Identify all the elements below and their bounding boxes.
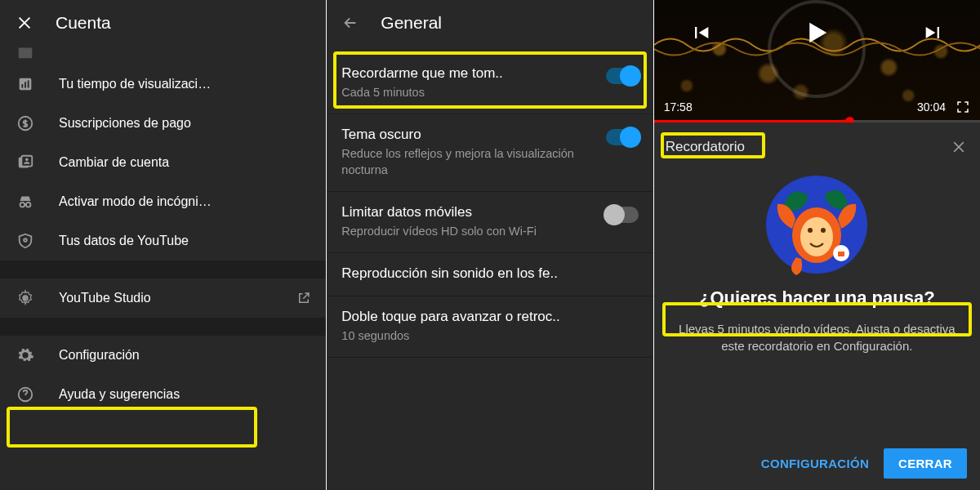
switch-account-icon: [15, 152, 36, 173]
menu-label: Tu tiempo de visualizaci…: [59, 77, 311, 91]
reminder-sheet: Recordatorio: [654, 122, 980, 490]
studio-icon: [15, 287, 36, 309]
setting-dark-theme[interactable]: Tema oscuro Reduce los reflejos y mejora…: [327, 114, 653, 192]
menu-item-channel[interactable]: Tu canal: [0, 40, 326, 65]
svg-point-8: [25, 158, 29, 162]
close-button[interactable]: CERRAR: [884, 448, 967, 479]
account-title: Cuenta: [56, 13, 111, 33]
setting-subtitle: Reproducir vídeos HD solo con Wi-Fi: [341, 223, 597, 239]
account-header: Cuenta: [0, 0, 326, 45]
setting-break-reminder[interactable]: Recordarme que me tom.. Cada 5 minutos: [327, 53, 653, 114]
menu-label: Cambiar de cuenta: [59, 155, 311, 170]
general-settings-pane: General Recordarme que me tom.. Cada 5 m…: [327, 0, 653, 490]
time-elapsed: 17:58: [664, 100, 693, 114]
player-timebar: 17:58 30:04: [664, 100, 970, 114]
toggle-break-reminder[interactable]: [606, 68, 639, 84]
general-header: General: [327, 0, 653, 45]
stats-icon: [15, 74, 36, 95]
menu-item-help[interactable]: Ayuda y sugerencias: [0, 375, 326, 414]
menu-label: Activar modo de incógni…: [59, 194, 311, 209]
reminder-question: ¿Quieres hacer una pausa?: [670, 287, 964, 309]
toggle-dark-theme[interactable]: [606, 129, 639, 145]
menu-item-paid-subs[interactable]: Suscripciones de pago: [0, 104, 326, 143]
account-pane: Cuenta Tu canal Tu tiempo de visualizaci…: [0, 0, 326, 490]
section-divider: [0, 318, 326, 336]
menu-item-youtube-studio[interactable]: YouTube Studio: [0, 278, 326, 318]
dollar-icon: [15, 113, 36, 134]
toggle-limit-data[interactable]: [606, 207, 639, 223]
settings-link[interactable]: CONFIGURACIÓN: [761, 457, 869, 470]
menu-label: YouTube Studio: [59, 291, 296, 305]
next-button[interactable]: [920, 19, 947, 47]
setting-title: Recordarme que me tom..: [341, 65, 597, 82]
sheet-header: Recordatorio: [666, 137, 969, 157]
svg-rect-21: [838, 252, 844, 256]
svg-rect-2: [21, 84, 23, 88]
svg-point-19: [821, 228, 826, 233]
sheet-actions: CONFIGURACIÓN CERRAR: [654, 448, 980, 479]
reminder-pane: 17:58 30:04 Recordatorio: [654, 0, 980, 490]
time-total: 30:04: [917, 100, 946, 114]
back-icon[interactable]: [341, 14, 359, 32]
setting-subtitle: 10 segundos: [341, 327, 630, 344]
svg-rect-0: [19, 48, 33, 59]
setting-limit-mobile-data[interactable]: Limitar datos móviles Reproducir vídeos …: [327, 192, 653, 253]
video-player[interactable]: 17:58 30:04: [654, 0, 980, 122]
close-icon[interactable]: [15, 13, 34, 33]
progress-handle[interactable]: [845, 117, 854, 122]
menu-item-switch-account[interactable]: Cambiar de cuenta: [0, 143, 326, 182]
setting-title: Doble toque para avanzar o retroc..: [341, 308, 630, 326]
svg-point-10: [26, 203, 30, 207]
external-icon: [296, 291, 311, 305]
menu-item-settings[interactable]: Configuración: [0, 336, 326, 375]
menu-item-your-data[interactable]: Tus datos de YouTube: [0, 221, 326, 261]
menu-label: Suscripciones de pago: [59, 116, 311, 131]
general-title: General: [381, 13, 442, 33]
menu-label: Configuración: [59, 348, 311, 363]
sheet-title: Recordatorio: [666, 139, 745, 155]
menu-item-incognito[interactable]: Activar modo de incógni…: [0, 182, 326, 221]
previous-button[interactable]: [687, 19, 715, 47]
setting-title: Reproducción sin sonido en los fe..: [341, 265, 630, 283]
setting-muted-playback[interactable]: Reproducción sin sonido en los fe..: [327, 253, 653, 296]
setting-subtitle: Cada 5 minutos: [341, 84, 597, 100]
play-button[interactable]: [798, 14, 835, 51]
shield-icon: [15, 230, 36, 252]
setting-title: Tema oscuro: [341, 126, 597, 144]
svg-point-9: [20, 203, 24, 207]
svg-rect-4: [28, 80, 29, 87]
gear-icon: [15, 345, 36, 366]
menu-label: Tus datos de YouTube: [59, 234, 311, 248]
setting-subtitle: Reduce los reflejos y mejora la visualiz…: [341, 145, 597, 178]
menu-label: Ayuda y sugerencias: [59, 387, 311, 402]
close-icon[interactable]: [949, 137, 969, 157]
svg-point-11: [24, 238, 27, 242]
svg-point-17: [800, 217, 833, 256]
reminder-description: Llevas 5 minutos viendo vídeos. Ajusta o…: [674, 320, 960, 354]
setting-title: Limitar datos móviles: [341, 203, 597, 221]
help-icon: [15, 384, 36, 405]
section-divider: [0, 261, 326, 278]
svg-point-18: [808, 228, 813, 233]
menu-item-watch-time[interactable]: Tu tiempo de visualizaci…: [0, 65, 326, 104]
fullscreen-icon[interactable]: [956, 100, 970, 114]
player-controls: [654, 8, 980, 57]
svg-rect-3: [24, 82, 26, 87]
channel-icon: [15, 42, 36, 63]
reminder-illustration: [751, 172, 882, 278]
setting-double-tap-seek[interactable]: Doble toque para avanzar o retroc.. 10 s…: [327, 296, 653, 358]
incognito-icon: [15, 191, 36, 212]
